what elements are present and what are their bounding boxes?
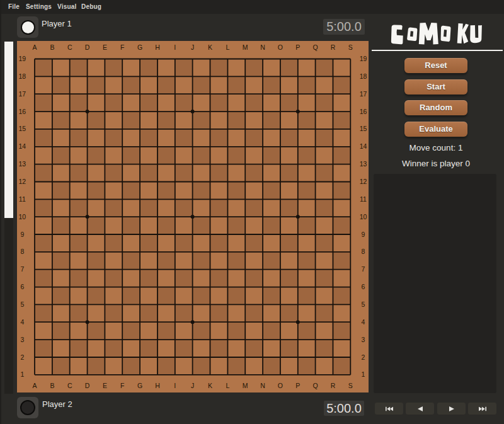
svg-text:M: M: [243, 382, 248, 389]
svg-text:S: S: [348, 382, 353, 389]
svg-text:4: 4: [362, 318, 365, 326]
svg-text:18: 18: [18, 72, 26, 80]
svg-text:7: 7: [20, 265, 24, 273]
svg-text:10: 10: [360, 213, 367, 221]
svg-text:D: D: [85, 43, 90, 51]
svg-text:P: P: [295, 382, 300, 389]
svg-text:10: 10: [18, 213, 26, 221]
svg-text:K: K: [208, 382, 212, 389]
svg-text:A: A: [32, 43, 37, 51]
svg-text:F: F: [120, 43, 124, 51]
svg-text:14: 14: [18, 142, 26, 150]
svg-text:O: O: [278, 43, 283, 51]
svg-text:17: 17: [360, 90, 367, 98]
svg-text:19: 19: [18, 55, 26, 62]
svg-text:2: 2: [362, 353, 365, 361]
svg-text:15: 15: [18, 125, 26, 132]
svg-text:D: D: [85, 382, 90, 389]
svg-text:J: J: [191, 43, 194, 51]
svg-text:N: N: [260, 382, 265, 389]
svg-text:A: A: [32, 382, 37, 389]
svg-text:6: 6: [362, 283, 365, 290]
svg-text:2: 2: [20, 353, 24, 361]
svg-text:1: 1: [20, 370, 24, 378]
svg-text:5: 5: [20, 301, 24, 308]
svg-text:13: 13: [360, 160, 367, 168]
svg-text:F: F: [120, 382, 124, 389]
svg-text:C: C: [67, 382, 72, 389]
svg-text:R: R: [331, 43, 336, 51]
svg-text:14: 14: [360, 142, 367, 150]
svg-text:O: O: [278, 382, 283, 389]
svg-text:B: B: [50, 43, 54, 51]
svg-text:12: 12: [360, 178, 367, 185]
svg-text:L: L: [226, 43, 229, 51]
svg-text:G: G: [137, 43, 142, 51]
svg-text:B: B: [50, 382, 54, 389]
svg-text:8: 8: [362, 248, 365, 255]
svg-text:15: 15: [360, 125, 367, 132]
svg-text:3: 3: [362, 336, 365, 343]
svg-text:J: J: [191, 382, 194, 389]
svg-text:H: H: [155, 382, 160, 389]
svg-text:E: E: [103, 43, 107, 51]
svg-text:I: I: [174, 382, 176, 389]
svg-text:I: I: [174, 43, 176, 51]
svg-text:17: 17: [18, 90, 26, 98]
svg-text:M: M: [243, 43, 248, 51]
svg-text:11: 11: [19, 195, 26, 203]
svg-text:12: 12: [18, 178, 26, 185]
svg-text:19: 19: [360, 55, 367, 62]
svg-text:3: 3: [20, 336, 24, 343]
svg-text:8: 8: [20, 248, 24, 255]
svg-text:K: K: [208, 43, 212, 51]
svg-text:C: C: [67, 43, 72, 51]
svg-text:Q: Q: [313, 382, 318, 389]
svg-text:16: 16: [18, 108, 26, 115]
svg-text:4: 4: [20, 318, 24, 326]
svg-text:G: G: [137, 382, 142, 389]
svg-text:H: H: [155, 43, 160, 51]
svg-text:N: N: [260, 43, 265, 51]
svg-text:S: S: [348, 43, 353, 51]
svg-text:1: 1: [362, 370, 365, 378]
svg-text:11: 11: [360, 195, 367, 203]
svg-text:9: 9: [20, 231, 24, 238]
svg-text:L: L: [226, 382, 229, 389]
svg-text:5: 5: [362, 301, 365, 308]
svg-text:P: P: [295, 43, 300, 51]
svg-text:E: E: [103, 382, 107, 389]
svg-text:13: 13: [18, 160, 26, 168]
svg-text:9: 9: [362, 231, 365, 238]
svg-text:Q: Q: [313, 43, 318, 51]
svg-text:R: R: [331, 382, 336, 389]
svg-text:16: 16: [360, 108, 367, 115]
svg-text:18: 18: [360, 72, 367, 80]
svg-text:7: 7: [362, 265, 365, 273]
svg-text:6: 6: [20, 283, 24, 290]
